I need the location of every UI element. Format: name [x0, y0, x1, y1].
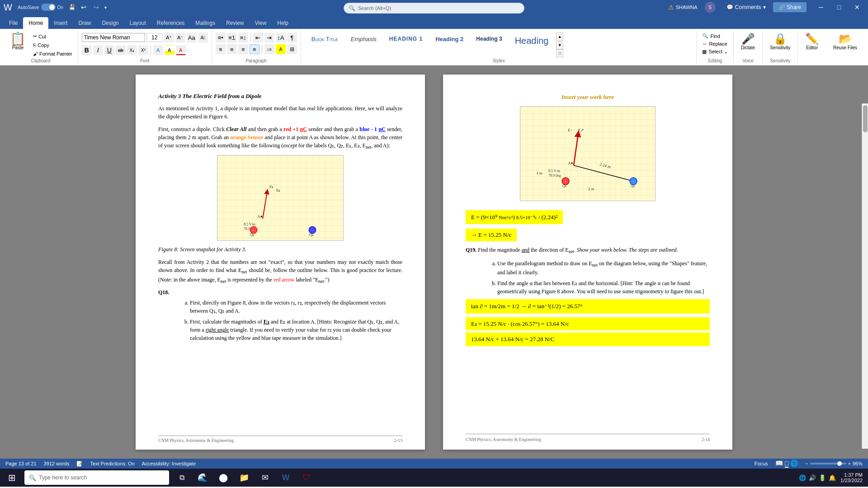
spell-check-icon[interactable]: 📝 [76, 461, 83, 467]
tab-view[interactable]: View [250, 17, 272, 29]
web-layout-icon[interactable]: 🌐 [790, 460, 798, 468]
sort-button[interactable]: ↕A [276, 33, 286, 42]
mail-icon[interactable]: ✉ [255, 469, 275, 487]
editor-button[interactable]: ✏️ Editor [802, 31, 822, 52]
tab-help[interactable]: Help [272, 17, 294, 29]
text-predictions[interactable]: Text Predictions: On [90, 461, 134, 466]
style-book-title[interactable]: Book Title [306, 33, 344, 56]
clock[interactable]: 1:37 PM 1/23/2022 [840, 472, 863, 483]
paste-button[interactable]: 📋 Paste [7, 31, 28, 52]
minimize-button[interactable]: ─ [814, 0, 828, 14]
edge-browser-icon[interactable]: 🌊 [193, 469, 212, 487]
change-case-button[interactable]: Aa [187, 33, 197, 42]
strikethrough-button[interactable]: ab [116, 45, 126, 55]
reuse-files-button[interactable]: 📂 Reuse Files [830, 31, 861, 52]
zoom-in-button[interactable]: + [848, 461, 851, 466]
bullets-button[interactable]: ≡• [216, 33, 226, 42]
user-avatar[interactable]: S [705, 2, 716, 13]
select-button[interactable]: ▦ Select ⌄ [700, 48, 730, 55]
font-size-input[interactable] [146, 33, 163, 42]
line-spacing[interactable]: ↕≡ [264, 44, 274, 54]
style-emphasis[interactable]: Emphasis [345, 33, 382, 56]
show-formatting[interactable]: ¶ [287, 33, 297, 42]
font-size-increase[interactable]: A⁺ [164, 33, 174, 42]
scrollbar-thumb[interactable] [863, 105, 868, 132]
justify[interactable]: ≡ [250, 44, 259, 54]
clear-formatting-button[interactable]: A⃝ [198, 33, 208, 42]
italic-button[interactable]: I [93, 45, 103, 55]
sensitivity-button[interactable]: 🔒 Sensitivity [766, 31, 794, 52]
styles-expand[interactable]: □ [556, 49, 563, 57]
align-center[interactable]: ≡ [227, 44, 237, 54]
tab-insert[interactable]: Insert [48, 17, 73, 29]
styles-scroll-up[interactable]: ▲ [556, 33, 563, 41]
zoom-slider[interactable] [810, 463, 846, 465]
shading-button[interactable]: A [276, 44, 286, 54]
style-heading1[interactable]: HEADING 1 [383, 33, 429, 56]
undo-button[interactable]: ↩ [79, 2, 88, 13]
tab-draw[interactable]: Draw [73, 17, 96, 29]
right-page[interactable]: Insert your work here [443, 75, 732, 450]
file-explorer-icon[interactable]: 📁 [234, 469, 254, 487]
start-button[interactable]: ⊞ [2, 469, 22, 487]
font-size-decrease[interactable]: A⁻ [175, 33, 185, 42]
superscript-button[interactable]: X² [138, 45, 148, 55]
print-layout-icon[interactable]: □ [785, 460, 788, 468]
comments-button[interactable]: 💬 Comments ▾ [723, 3, 769, 12]
underline-button[interactable]: U [104, 45, 114, 55]
autosave-toggle[interactable]: AutoSave On [18, 4, 63, 11]
increase-indent[interactable]: ⇥ [264, 33, 274, 42]
taskbar-search[interactable]: 🔍 Type here to search [24, 470, 169, 485]
text-effects-button[interactable]: A [153, 45, 163, 55]
find-button[interactable]: 🔍 Find [700, 33, 730, 39]
notification-icon[interactable]: 🔔 [829, 474, 836, 481]
search-bar[interactable]: 🔍 Search (Alt+Q) [344, 3, 524, 14]
tab-review[interactable]: Review [221, 17, 249, 29]
word-taskbar-icon[interactable]: W [276, 469, 296, 487]
cut-button[interactable]: ✂ Cut [31, 33, 74, 40]
tab-references[interactable]: References [151, 17, 190, 29]
align-left[interactable]: ≡ [216, 44, 226, 54]
accessibility-check[interactable]: Accessibility: Investigate [142, 461, 196, 466]
autosave-switch[interactable] [41, 4, 56, 11]
chrome-browser-icon[interactable]: ⬤ [213, 469, 233, 487]
restore-button[interactable]: □ [832, 0, 846, 14]
subscript-button[interactable]: X₂ [127, 45, 137, 55]
save-button[interactable]: 💾 [69, 4, 75, 10]
style-heading2[interactable]: Heading 2 [429, 33, 469, 56]
styles-scroll-down[interactable]: ▼ [556, 41, 563, 49]
replace-button[interactable]: ↔ Replace [700, 41, 730, 47]
document-scrollbar[interactable] [862, 103, 868, 449]
zoom-control[interactable]: − + 96% [805, 461, 863, 466]
focus-button[interactable]: Focus [755, 461, 768, 466]
close-button[interactable]: ✕ [850, 0, 864, 14]
highlight-button[interactable]: A [165, 45, 175, 55]
style-heading4[interactable]: Heading [509, 33, 555, 56]
security-icon[interactable]: 🛡 [297, 469, 316, 487]
bold-button[interactable]: B [82, 45, 92, 55]
tab-file[interactable]: File [4, 17, 23, 29]
decrease-indent[interactable]: ⇤ [253, 33, 263, 42]
network-icon[interactable]: 🌐 [799, 474, 806, 481]
zoom-out-button[interactable]: − [805, 461, 808, 466]
tab-mailings[interactable]: Mailings [190, 17, 221, 29]
volume-icon[interactable]: 🔊 [809, 474, 816, 481]
align-right[interactable]: ≡ [238, 44, 248, 54]
font-color-button[interactable]: A [176, 45, 186, 55]
borders-button[interactable]: ⊞ [287, 44, 297, 54]
share-button[interactable]: 🔗 Share [773, 2, 807, 12]
battery-icon[interactable]: 🔋 [819, 474, 826, 481]
customize-qat[interactable]: ▾ [104, 5, 107, 10]
left-page[interactable]: Activity 3 The Electric Field from a Dip… [136, 75, 425, 450]
styles-scroll[interactable]: ▲ ▼ □ [556, 33, 563, 57]
tab-home[interactable]: Home [23, 17, 48, 29]
redo-button[interactable]: ↪ [92, 2, 101, 13]
tab-design[interactable]: Design [96, 17, 124, 29]
numbering-button[interactable]: ≡1 [227, 33, 237, 42]
style-heading3[interactable]: Heading 3 [470, 33, 508, 56]
copy-button[interactable]: ⎘ Copy [31, 42, 74, 49]
format-painter-button[interactable]: 🖌 Format Painter [31, 50, 74, 57]
read-mode-icon[interactable]: 📖 [775, 460, 783, 468]
font-name-input[interactable] [82, 33, 145, 42]
dictate-button[interactable]: 🎤 Dictate [737, 31, 759, 52]
